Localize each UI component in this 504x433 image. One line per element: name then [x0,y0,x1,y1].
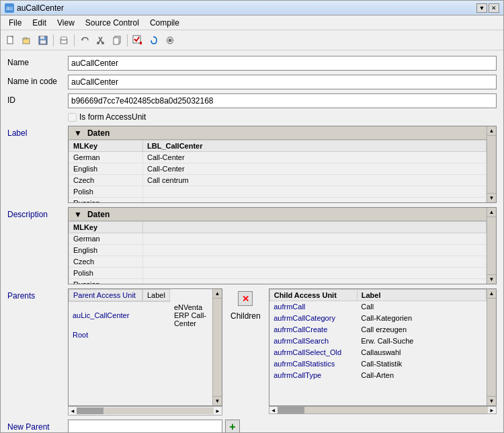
children-col-access-unit: Child Access Unit [269,290,357,301]
desc-col-value [143,222,487,233]
children-scroll-down[interactable]: ▼ [487,396,496,405]
parents-scroll-up[interactable]: ▲ [213,289,222,299]
children-inner: Child Access Unit Label aufrmCall Call [269,289,487,405]
description-daten-inner: ▼ Daten MLKey [69,208,487,284]
parents-children-section: Parents Parent Access Unit Label [7,288,497,416]
children-hscroll-left[interactable]: ◄ [269,407,278,414]
parents-hscroll-track [77,407,214,414]
children-scroll-up[interactable]: ▲ [487,289,496,299]
tb-print-btn[interactable] [56,33,71,48]
desc-scroll-up[interactable]: ▲ [487,208,496,217]
children-access-unit-3[interactable]: aufrmCallSearch [269,336,357,347]
toolbar-sep-1 [53,34,54,46]
svg-rect-8 [62,41,66,43]
name-input[interactable] [68,56,497,71]
parents-access-unit-1[interactable]: Root [69,329,170,341]
label-daten-box: ▼ Daten MLKey LBL_CallCenter [68,126,497,203]
description-daten-header: ▼ Daten [69,208,487,221]
desc-val-english [143,245,487,256]
children-label-2: Call erzeugen [357,324,486,336]
tb-new-btn[interactable] [3,33,18,48]
close-button[interactable]: ✕ [489,3,499,13]
name-in-code-input[interactable] [68,75,497,89]
parents-box-wrapper: Parent Access Unit Label auLic_CallCente… [68,288,222,416]
tb-undo-btn[interactable] [77,33,92,48]
desc-val-czech [143,256,487,268]
children-row-2: aufrmCallCreate Call erzeugen [269,324,486,336]
tb-check-btn[interactable] [130,33,145,48]
parents-col-access-unit: Parent Access Unit [69,289,142,301]
parents-label-0: eNVenta ERP Call-Center [170,302,212,329]
parents-hscroll-right[interactable]: ► [214,408,222,414]
menu-view[interactable]: View [52,17,80,29]
label-val-polish [143,186,487,198]
desc-scroll-down[interactable]: ▼ [487,274,496,284]
label-col-value: LBL_CallCenter [143,141,487,152]
parents-scroll-track [213,299,222,396]
children-access-unit-0[interactable]: aufrmCall [269,301,357,313]
children-label-5: Call-Statistik [357,358,486,370]
parents-hscrollbar[interactable]: ◄ ► [68,406,222,416]
children-access-unit-2[interactable]: aufrmCallCreate [269,324,357,336]
description-expand-icon[interactable]: ▼ [74,210,82,219]
label-row: Label ▼ Daten MLKey LBL_CallCenter [7,126,497,203]
tb-settings-btn[interactable] [163,33,177,48]
children-row-5: aufrmCallStatistics Call-Statistik [269,358,486,370]
children-access-unit-4[interactable]: aufrmCallSelect_Old [269,347,357,358]
children-access-unit-6[interactable]: aufrmCallType [269,370,357,381]
title-bar: au auCallCenter ▼ ✕ [1,1,503,15]
new-parent-row: New Parent + [7,420,497,432]
label-val-russian [143,198,487,203]
children-label: Children [226,309,265,323]
parents-scroll-down[interactable]: ▼ [213,396,222,405]
menu-edit[interactable]: Edit [27,17,52,29]
new-parent-input[interactable] [68,420,222,432]
description-group-name: Daten [87,210,110,219]
parents-col-label: Label [142,289,170,301]
tb-open-btn[interactable] [19,33,34,48]
label-lang-russian: Russian [69,198,143,203]
parents-hscroll-left[interactable]: ◄ [69,408,77,414]
svg-rect-15 [114,38,119,44]
main-window: au auCallCenter ▼ ✕ File Edit View Sourc… [0,0,504,433]
label-expand-icon[interactable]: ▼ [74,128,82,138]
is-form-access-unit-checkbox[interactable] [68,113,77,122]
description-daten-box: ▼ Daten MLKey [68,207,497,284]
desc-vscrollbar[interactable]: ▲ ▼ [487,208,496,284]
parents-inner: Parent Access Unit Label auLic_CallCente… [69,289,212,405]
pin-button[interactable]: ▼ [476,3,487,13]
description-table-container: ▼ Daten MLKey [68,207,497,284]
children-box-wrapper: Child Access Unit Label aufrmCall Call [269,288,497,414]
remove-parent-button[interactable]: ✕ [238,291,253,306]
parents-access-unit-0[interactable]: auLic_CallCenter [69,302,170,329]
children-access-unit-5[interactable]: aufrmCallStatistics [269,358,357,370]
menu-source-control[interactable]: Source Control [80,17,144,29]
tb-save-btn[interactable] [36,33,50,48]
children-hscrollbar[interactable]: ◄ ► [269,406,497,414]
label-vscrollbar[interactable]: ▲ ▼ [487,126,496,202]
tb-refresh-btn[interactable] [146,33,161,48]
tb-copy-btn[interactable] [110,33,124,48]
id-label: ID [7,93,68,105]
is-form-access-unit-row: Is form AccessUnit [68,112,497,122]
label-daten-table: MLKey LBL_CallCenter German Call-Center [69,140,487,202]
window-title: auCallCenter [17,3,64,13]
desc-row-czech: Czech [69,256,487,268]
menu-bar: File Edit View Source Control Compile [1,15,503,30]
children-access-unit-1[interactable]: aufrmCallCategory [269,313,357,324]
menu-compile[interactable]: Compile [144,17,185,29]
label-scroll-up[interactable]: ▲ [487,126,496,136]
tb-cut-btn[interactable] [93,33,108,48]
menu-file[interactable]: File [3,17,27,29]
children-hscroll-thumb [278,407,304,414]
children-hscroll-right[interactable]: ► [488,407,496,414]
parents-vscrollbar[interactable]: ▲ ▼ [212,289,222,405]
label-scroll-down[interactable]: ▼ [487,193,496,202]
children-vscrollbar[interactable]: ▲ ▼ [487,289,496,405]
label-daten-inner: ▼ Daten MLKey LBL_CallCenter [69,126,487,202]
add-parent-button[interactable]: + [225,420,240,432]
children-table-header: Child Access Unit Label [269,290,486,301]
name-label: Name [7,56,68,67]
app-icon: au [5,3,14,13]
id-input[interactable] [68,93,497,108]
